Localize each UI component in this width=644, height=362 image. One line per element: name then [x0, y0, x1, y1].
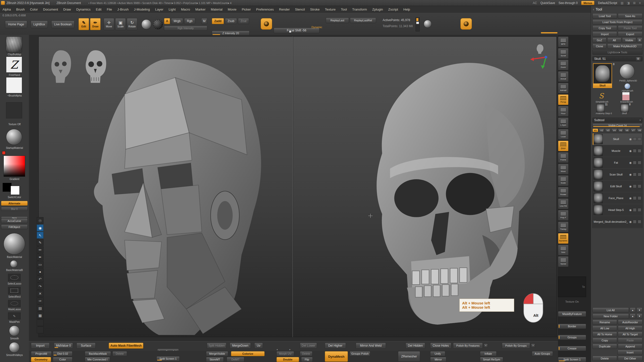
current-color-swatch[interactable]	[2, 151, 6, 155]
marker-icon[interactable]: ✒	[37, 254, 44, 260]
double-toggle[interactable]: Double	[276, 357, 299, 362]
aahalf[interactable]: AAHalf	[558, 83, 569, 94]
texture-on-toggle[interactable]: Texture On	[558, 300, 586, 303]
subtool-pencil-icon[interactable]	[638, 149, 641, 153]
export-button[interactable]: Export	[618, 31, 642, 37]
subtool-brush-icon[interactable]	[633, 173, 636, 176]
border-toggle[interactable]: Border	[558, 324, 586, 329]
clone-button[interactable]: Clone	[592, 43, 607, 49]
import-mesh-button[interactable]: Import	[31, 343, 50, 349]
line-fill[interactable]: Line Fill	[558, 198, 569, 209]
blur-slider[interactable]: Blur 0	[1, 207, 28, 211]
subtool-pencil-icon[interactable]	[638, 220, 641, 223]
frame[interactable]: Frame	[558, 152, 569, 163]
copy-tool-button[interactable]: Copy Tool	[592, 25, 617, 31]
delete-icon[interactable]: ✕	[37, 290, 44, 297]
split-hidden-button[interactable]: Split Hidden	[207, 343, 226, 349]
subtool-brush-icon[interactable]	[633, 161, 636, 164]
subtool-brush-icon[interactable]	[633, 196, 636, 200]
inflate-slider[interactable]: Inflate	[480, 351, 497, 356]
dist-slider[interactable]: Dist 0.02	[53, 351, 72, 356]
delmt-button[interactable]: DelMT	[227, 357, 244, 362]
save-as-button[interactable]: Save As	[618, 13, 642, 19]
merged-skull-decimation2-5[interactable]: Merged_Skull-decimation2_5 ◉	[593, 216, 642, 228]
v6[interactable]: V6	[624, 128, 630, 132]
polish-groups-dot-toggle[interactable]: •	[531, 344, 535, 348]
min-connected-button[interactable]: Min Connected l	[85, 357, 110, 362]
m-toggle[interactable]: M	[201, 18, 207, 24]
menu-item[interactable]: Help	[403, 8, 410, 11]
zsub-toggle[interactable]: Zsub	[225, 18, 237, 24]
masklasso-thumb[interactable]	[8, 300, 21, 307]
l-sym[interactable]: L.Sym	[558, 117, 569, 128]
eye-icon[interactable]: ◉	[37, 224, 44, 231]
rotate-button[interactable]: ↻Rotate	[127, 18, 137, 30]
load-tools-from-project-button[interactable]: Load Tools From Project	[592, 19, 642, 25]
goz-all-button[interactable]: All	[607, 37, 621, 43]
scan-skull[interactable]: Scan Skull ◉	[593, 169, 642, 180]
axis-gizmo[interactable]	[528, 44, 548, 69]
menu-item[interactable]: Tool	[341, 8, 347, 11]
startup-material-thumb[interactable]	[6, 129, 22, 145]
dynamesh-button[interactable]: DynaMesh	[325, 351, 348, 362]
dynamic[interactable]: Dynamic	[558, 233, 569, 244]
lightbox-button[interactable]: LightBox	[31, 21, 48, 28]
subtool-brush-icon[interactable]	[633, 220, 636, 223]
home-page-button[interactable]: Home Page	[5, 21, 27, 28]
paste-tool-button[interactable]: Paste Tool	[618, 25, 642, 31]
scroll[interactable]: Scroll	[558, 48, 569, 59]
v7[interactable]: V7	[630, 128, 636, 132]
pm3d-sphere-thumb[interactable]	[620, 64, 635, 79]
delete-button[interactable]: Delete	[112, 351, 127, 356]
scale-button[interactable]: ▣Scale	[115, 18, 126, 30]
del-hidden-button[interactable]: Del Hidden	[406, 343, 425, 349]
menu-item[interactable]: Picker	[242, 8, 251, 11]
zcut-toggle[interactable]: Zcut	[238, 18, 249, 24]
v8[interactable]: V8	[637, 128, 642, 132]
menu-item[interactable]: Edit	[96, 8, 101, 11]
goz-visible-button[interactable]: Visible	[622, 37, 636, 43]
menu-item[interactable]: Render	[279, 8, 290, 11]
rgb-intensity-slider[interactable]: Rgb Intensity	[164, 26, 207, 31]
midvalue-slider[interactable]: MidValue 0	[54, 343, 73, 349]
del-lower-button[interactable]: Del Lower	[300, 343, 317, 349]
import-button[interactable]: Import	[592, 31, 617, 37]
rainbow-swatch-icon[interactable]	[37, 319, 44, 326]
polish-by-features-slider[interactable]: Polish By Features	[453, 343, 483, 349]
v2[interactable]: V2	[599, 128, 605, 132]
texture-off-thumb[interactable]	[6, 102, 22, 118]
anatomy-step3-thumb[interactable]	[596, 104, 605, 112]
see-through-slider[interactable]: See-through 0	[558, 1, 578, 5]
load-tool-button[interactable]: Load Tool	[592, 13, 617, 19]
all-high-button[interactable]: All High	[618, 326, 642, 331]
face-plane[interactable]: Face_Plane ◉	[593, 192, 642, 204]
cursor-icon[interactable]: ↖	[37, 232, 44, 239]
current-texture-sphere-icon[interactable]	[153, 19, 163, 29]
all-to-home-button[interactable]: All To Home	[592, 332, 617, 337]
menu-item[interactable]: Layer	[155, 8, 164, 11]
subtool-brush-icon[interactable]	[633, 149, 636, 153]
autoreorder-button[interactable]: AutoReorder	[618, 320, 642, 325]
paste-subtool-button[interactable]: Paste	[618, 338, 642, 343]
rotate[interactable]: Rotate	[558, 187, 569, 198]
mask-by-feature-button[interactable]: MaskByFeature	[558, 311, 586, 317]
eraserbrush-thumb[interactable]	[622, 92, 630, 101]
menu-item[interactable]: Alpha	[3, 8, 11, 11]
solo[interactable]: Solo	[558, 245, 569, 255]
basicmaterial-thumb[interactable]	[4, 233, 25, 255]
geometry-tab[interactable]: Geometry	[31, 357, 51, 362]
current-material-sphere-icon[interactable]	[141, 19, 151, 29]
main-color-swatch[interactable]	[3, 183, 12, 192]
replay-last-rel-button[interactable]: ReplayLastRel	[350, 18, 376, 23]
scale[interactable]: Scale	[558, 175, 569, 186]
insert-button[interactable]: Insert	[618, 350, 642, 355]
visibility-eye-icon[interactable]: ◉	[629, 185, 632, 188]
menu-item[interactable]: Movie	[228, 8, 236, 11]
texture-preview-box[interactable]: Te	[558, 277, 586, 297]
mirror-button[interactable]: Mirror	[430, 357, 446, 362]
del-higher-button[interactable]: Del Higher	[325, 343, 346, 349]
simplebrush-thumb[interactable]: S	[597, 92, 606, 100]
light-bulb-icon[interactable]: ☉	[37, 217, 44, 224]
storemt-button[interactable]: StoreMT	[206, 357, 224, 362]
draw-button[interactable]: ✏Draw	[90, 18, 101, 30]
